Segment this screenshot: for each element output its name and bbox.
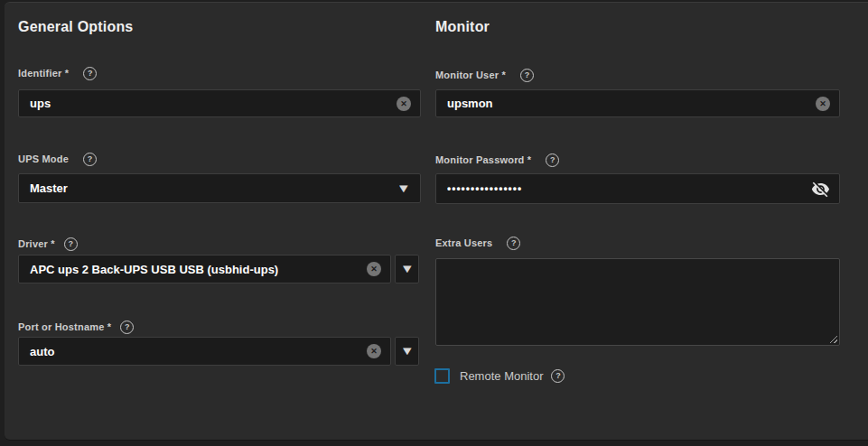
driver-dropdown-icon: ▼ [403, 265, 412, 274]
ups-mode-select[interactable]: Master ▼ [18, 173, 421, 203]
ups-mode-selected-value: Master [30, 181, 68, 195]
visibility-off-icon [811, 180, 830, 199]
driver-field: ✕ [18, 255, 391, 283]
port-label: Port or Hostname * [18, 321, 111, 332]
identifier-field: ✕ [18, 89, 421, 117]
monitor-password-label: Monitor Password * [435, 154, 531, 165]
extra-users-field [435, 258, 840, 346]
section-title-general: General Options [18, 19, 133, 35]
monitor-user-help-icon[interactable]: ? [520, 69, 534, 82]
extra-users-label-row: Extra Users ? [435, 236, 520, 250]
port-dropdown-button[interactable]: ▼ [395, 337, 419, 366]
monitor-user-label-row: Monitor User * ? [435, 68, 534, 82]
port-input[interactable] [30, 345, 359, 358]
ups-mode-label-row: UPS Mode ? [18, 152, 97, 166]
identifier-label: Identifier * [18, 68, 69, 79]
driver-help-icon[interactable]: ? [64, 237, 78, 251]
extra-users-textarea[interactable] [436, 259, 839, 345]
identifier-clear-icon[interactable]: ✕ [397, 97, 411, 111]
remote-monitor-help-icon[interactable]: ? [551, 369, 565, 383]
identifier-label-row: Identifier * ? [18, 66, 97, 80]
extra-users-label: Extra Users [435, 237, 492, 248]
port-help-icon[interactable]: ? [120, 321, 134, 334]
ups-mode-help-icon[interactable]: ? [83, 153, 97, 166]
port-label-row: Port or Hostname * ? [18, 320, 134, 334]
identifier-input[interactable] [30, 97, 389, 110]
ups-mode-label: UPS Mode [18, 153, 69, 164]
ups-mode-dropdown-icon: ▼ [399, 184, 408, 193]
port-clear-icon[interactable]: ✕ [367, 344, 381, 358]
extra-users-help-icon[interactable]: ? [507, 237, 520, 250]
monitor-password-input[interactable] [447, 182, 804, 195]
monitor-user-clear-icon[interactable]: ✕ [816, 97, 830, 111]
port-field: ✕ [18, 337, 391, 366]
ups-service-settings-page: { "colors": { "card_bg": "#2b2b2b", "inp… [0, 0, 868, 446]
driver-input[interactable] [30, 263, 359, 276]
monitor-password-field [435, 173, 840, 204]
monitor-user-input[interactable] [447, 97, 808, 110]
monitor-password-help-icon[interactable]: ? [546, 153, 559, 167]
monitor-user-label: Monitor User * [435, 70, 506, 80]
driver-dropdown-button[interactable]: ▼ [395, 255, 419, 283]
port-dropdown-icon: ▼ [403, 347, 412, 356]
driver-clear-icon[interactable]: ✕ [367, 262, 381, 276]
identifier-help-icon[interactable]: ? [83, 67, 97, 80]
monitor-user-field: ✕ [435, 89, 840, 117]
section-title-monitor: Monitor [435, 19, 490, 35]
driver-label-row: Driver * ? [18, 237, 78, 251]
remote-monitor-row: Remote Monitor ? [434, 368, 565, 384]
driver-label: Driver * [18, 238, 55, 249]
monitor-password-label-row: Monitor Password * ? [435, 153, 559, 167]
remote-monitor-checkbox[interactable] [434, 368, 450, 384]
remote-monitor-label[interactable]: Remote Monitor [460, 369, 543, 383]
password-visibility-toggle[interactable] [811, 180, 830, 199]
